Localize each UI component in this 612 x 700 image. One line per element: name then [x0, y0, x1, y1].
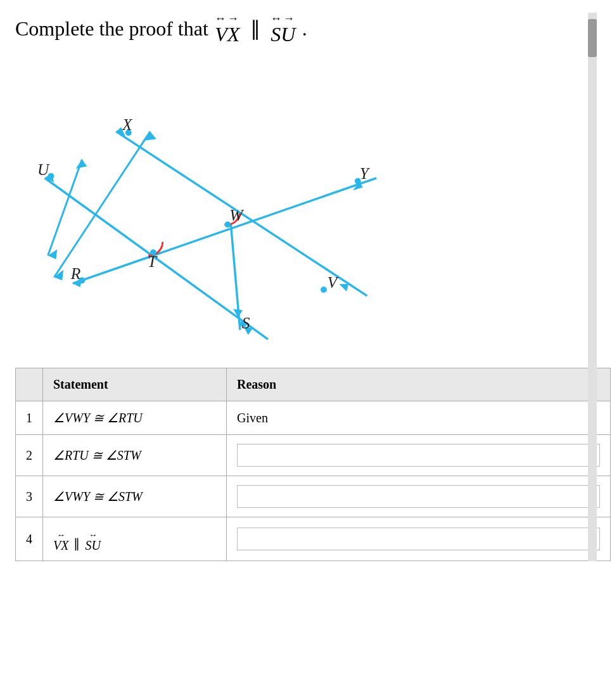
svg-text:W: W [229, 206, 245, 224]
row-4-num: 4 [16, 517, 43, 561]
svg-marker-11 [339, 284, 348, 292]
parallel-symbol: ∥ [250, 16, 260, 41]
geometry-diagram: U X R T W S V Y [15, 57, 459, 342]
line-vx-notation: ↔→ VX [215, 13, 240, 44]
table-row: 4 ↔ VX ∥ ↔ SU [16, 517, 611, 561]
diagram-area: U X R T W S V Y [15, 57, 597, 349]
svg-marker-4 [76, 159, 87, 169]
col-statement-header: Statement [43, 368, 227, 401]
header-period: . [302, 16, 307, 41]
svg-text:T: T [148, 252, 158, 271]
row-2-statement: ∠RTU ≅ ∠STW [43, 435, 227, 476]
table-row: 1 ∠VWY ≅ ∠RTU Given [16, 401, 611, 435]
row-1-num: 1 [16, 401, 43, 435]
svg-text:X: X [122, 115, 133, 134]
col-reason-header: Reason [227, 368, 611, 401]
row-1-statement: ∠VWY ≅ ∠RTU [43, 401, 227, 435]
svg-text:S: S [242, 314, 250, 332]
row-2-reason-input[interactable] [237, 444, 600, 467]
row-3-num: 3 [16, 476, 43, 517]
header-prefix: Complete the proof that [15, 16, 208, 41]
svg-marker-1 [143, 131, 156, 141]
table-row: 3 ∠VWY ≅ ∠STW [16, 476, 611, 517]
svg-text:V: V [328, 273, 339, 292]
table-row: 2 ∠RTU ≅ ∠STW [16, 435, 611, 476]
row-4-statement: ↔ VX ∥ ↔ SU [43, 517, 227, 561]
table-header-row: Statement Reason [16, 368, 611, 401]
svg-point-23 [321, 287, 327, 293]
page-header: Complete the proof that ↔→ VX ∥ ↔→ SU . [15, 13, 597, 44]
svg-text:U: U [37, 160, 50, 179]
proof-table: Statement Reason 1 ∠VWY ≅ ∠RTU Given 2 ∠… [15, 368, 611, 561]
row-2-reason[interactable] [227, 435, 611, 476]
row-4-reason-input[interactable] [237, 528, 600, 550]
row-2-num: 2 [16, 435, 43, 476]
row-3-reason-input[interactable] [237, 485, 600, 508]
svg-line-0 [54, 131, 150, 277]
row-1-reason-text: Given [237, 411, 268, 425]
row-1-reason: Given [227, 401, 611, 435]
row-3-reason[interactable] [227, 476, 611, 517]
svg-text:R: R [70, 264, 81, 283]
page-container: Complete the proof that ↔→ VX ∥ ↔→ SU . [15, 13, 597, 561]
col-num-header [16, 368, 43, 401]
row-3-statement: ∠VWY ≅ ∠STW [43, 476, 227, 517]
scrollbar-thumb[interactable] [588, 19, 597, 57]
row-4-reason[interactable] [227, 517, 611, 561]
line-su-notation: ↔→ SU [271, 13, 296, 44]
